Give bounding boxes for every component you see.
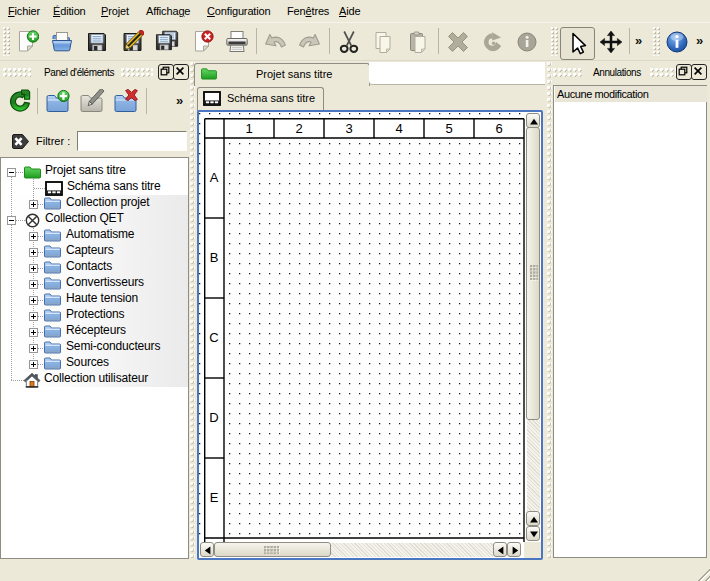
svg-text:E: E bbox=[210, 490, 219, 505]
svg-text:D: D bbox=[209, 410, 218, 425]
svg-text:C: C bbox=[209, 330, 218, 345]
svg-text:B: B bbox=[210, 250, 219, 265]
svg-text:5: 5 bbox=[445, 121, 452, 136]
svg-text:6: 6 bbox=[495, 121, 502, 136]
svg-text:1: 1 bbox=[245, 121, 252, 136]
svg-text:A: A bbox=[210, 170, 219, 185]
svg-text:2: 2 bbox=[295, 121, 302, 136]
svg-text:4: 4 bbox=[395, 121, 402, 136]
svg-text:3: 3 bbox=[345, 121, 352, 136]
